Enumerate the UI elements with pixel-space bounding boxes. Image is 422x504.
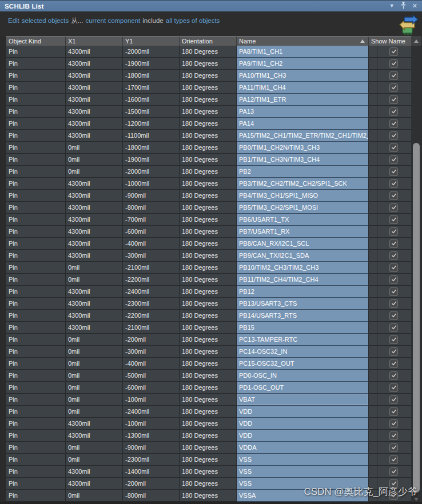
cell-object-kind[interactable]: Pin	[6, 94, 66, 106]
table-row[interactable]: Pin 4300mil -400mil 180 Degrees PB8/CAN_…	[6, 238, 411, 250]
cell-show-name[interactable]	[369, 298, 411, 310]
table-row[interactable]: Pin 0mil -1900mil 180 Degrees PB1/TIM1_C…	[6, 154, 411, 166]
cell-orientation[interactable]: 180 Degrees	[180, 298, 237, 310]
table-row[interactable]: Pin 4300mil -300mil 180 Degrees PB9/CAN_…	[6, 250, 411, 262]
cell-orientation[interactable]: 180 Degrees	[180, 238, 237, 250]
show-name-checkbox[interactable]	[389, 323, 398, 332]
cell-orientation[interactable]: 180 Degrees	[180, 202, 237, 214]
cell-object-kind[interactable]: Pin	[6, 106, 66, 118]
cell-name[interactable]: VDDA	[237, 442, 369, 454]
show-name-checkbox[interactable]	[389, 359, 398, 368]
cell-name[interactable]: PB7/USART1_RX	[237, 226, 369, 238]
cell-show-name[interactable]	[369, 286, 411, 298]
cell-x1[interactable]: 4300mil	[66, 82, 123, 94]
cell-y1[interactable]: -400mil	[123, 238, 180, 250]
table-row[interactable]: Pin 4300mil -1500mil 180 Degrees PA13	[6, 106, 411, 118]
table-row[interactable]: Pin 4300mil -900mil 180 Degrees PB4/TIM3…	[6, 190, 411, 202]
cell-show-name[interactable]	[369, 190, 411, 202]
cell-orientation[interactable]: 180 Degrees	[180, 358, 237, 370]
cell-object-kind[interactable]: Pin	[6, 322, 66, 334]
cell-x1[interactable]: 4300mil	[66, 214, 123, 226]
cell-y1[interactable]: -600mil	[123, 226, 180, 238]
cell-name[interactable]: PB12	[237, 286, 369, 298]
cell-orientation[interactable]: 180 Degrees	[180, 58, 237, 70]
cell-x1[interactable]: 4300mil	[66, 118, 123, 130]
cell-y1[interactable]: -700mil	[123, 214, 180, 226]
show-name-checkbox[interactable]	[389, 347, 398, 356]
cell-y1[interactable]: -2000mil	[123, 46, 180, 58]
cell-show-name[interactable]	[369, 46, 411, 58]
cell-show-name[interactable]	[369, 106, 411, 118]
cell-show-name[interactable]	[369, 214, 411, 226]
cell-y1[interactable]: -800mil	[123, 490, 180, 502]
cell-object-kind[interactable]: Pin	[6, 358, 66, 370]
cell-object-kind[interactable]: Pin	[6, 310, 66, 322]
cell-show-name[interactable]	[369, 178, 411, 190]
cell-y1[interactable]: -500mil	[123, 370, 180, 382]
cell-y1[interactable]: -2100mil	[123, 322, 180, 334]
cell-orientation[interactable]: 180 Degrees	[180, 262, 237, 274]
cell-orientation[interactable]: 180 Degrees	[180, 250, 237, 262]
cell-name[interactable]: VDD	[237, 430, 369, 442]
cell-orientation[interactable]: 180 Degrees	[180, 442, 237, 454]
cell-name[interactable]: VBAT	[237, 394, 369, 406]
cell-orientation[interactable]: 180 Degrees	[180, 46, 237, 58]
cell-orientation[interactable]: 180 Degrees	[180, 106, 237, 118]
cell-object-kind[interactable]: Pin	[6, 166, 66, 178]
cell-object-kind[interactable]: Pin	[6, 298, 66, 310]
show-name-checkbox[interactable]	[389, 71, 398, 80]
cell-name[interactable]: PA15/TIM2_CH1/TIM2_ETR/TIM2_CH1/TIM2_	[237, 130, 369, 142]
table-row[interactable]: Pin 0mil -500mil 180 Degrees PD0-OSC_IN	[6, 370, 411, 382]
cell-name[interactable]: PB4/TIM3_CH1/SPI1_MISO	[237, 190, 369, 202]
cell-show-name[interactable]	[369, 250, 411, 262]
cell-x1[interactable]: 4300mil	[66, 286, 123, 298]
show-name-checkbox[interactable]	[389, 107, 398, 116]
cell-name[interactable]: PA14	[237, 118, 369, 130]
cell-orientation[interactable]: 180 Degrees	[180, 286, 237, 298]
cell-x1[interactable]: 4300mil	[66, 130, 123, 142]
cell-y1[interactable]: -200mil	[123, 478, 180, 490]
cell-object-kind[interactable]: Pin	[6, 370, 66, 382]
table-row[interactable]: Pin 4300mil -1400mil 180 Degrees VSS	[6, 466, 411, 478]
cell-object-kind[interactable]: Pin	[6, 202, 66, 214]
cell-show-name[interactable]	[369, 370, 411, 382]
cell-name[interactable]: PC15-OSC32_OUT	[237, 358, 369, 370]
cell-show-name[interactable]	[369, 262, 411, 274]
cell-orientation[interactable]: 180 Degrees	[180, 178, 237, 190]
pin-icon[interactable]	[400, 2, 407, 10]
table-row[interactable]: Pin 4300mil -2200mil 180 Degrees PB14/US…	[6, 310, 411, 322]
show-name-checkbox[interactable]	[389, 383, 398, 392]
cell-x1[interactable]: 0mil	[66, 454, 123, 466]
cell-x1[interactable]: 4300mil	[66, 310, 123, 322]
cell-name[interactable]: PA13	[237, 106, 369, 118]
cell-y1[interactable]: -1800mil	[123, 70, 180, 82]
cell-name[interactable]: VSS	[237, 466, 369, 478]
cell-name[interactable]: PB13/USART3_CTS	[237, 298, 369, 310]
show-name-checkbox[interactable]	[389, 155, 398, 164]
show-name-checkbox[interactable]	[389, 395, 398, 404]
cell-object-kind[interactable]: Pin	[6, 238, 66, 250]
cell-orientation[interactable]: 180 Degrees	[180, 94, 237, 106]
cell-object-kind[interactable]: Pin	[6, 286, 66, 298]
show-name-checkbox[interactable]	[389, 251, 398, 260]
cell-y1[interactable]: -1400mil	[123, 466, 180, 478]
cell-y1[interactable]: -400mil	[123, 358, 180, 370]
cell-name[interactable]: PB1/TIM1_CH3N/TIM3_CH4	[237, 154, 369, 166]
cell-orientation[interactable]: 180 Degrees	[180, 154, 237, 166]
table-row[interactable]: Pin 4300mil -1100mil 180 Degrees PA15/TI…	[6, 130, 411, 142]
cell-x1[interactable]: 4300mil	[66, 250, 123, 262]
show-name-checkbox[interactable]	[389, 215, 398, 224]
table-row[interactable]: Pin 4300mil -1300mil 180 Degrees VDD	[6, 430, 411, 442]
cell-name[interactable]: PB14/USART3_RTS	[237, 310, 369, 322]
cell-orientation[interactable]: 180 Degrees	[180, 118, 237, 130]
cell-x1[interactable]: 4300mil	[66, 226, 123, 238]
cell-y1[interactable]: -2400mil	[123, 286, 180, 298]
cell-x1[interactable]: 0mil	[66, 166, 123, 178]
cell-object-kind[interactable]: Pin	[6, 58, 66, 70]
cell-orientation[interactable]: 180 Degrees	[180, 226, 237, 238]
table-row[interactable]: Pin 4300mil -1200mil 180 Degrees PA14	[6, 118, 411, 130]
filter-link[interactable]: current component	[85, 17, 140, 24]
show-name-checkbox[interactable]	[389, 311, 398, 320]
cell-orientation[interactable]: 180 Degrees	[180, 382, 237, 394]
chevron-down-icon[interactable]: ▼	[389, 3, 395, 9]
